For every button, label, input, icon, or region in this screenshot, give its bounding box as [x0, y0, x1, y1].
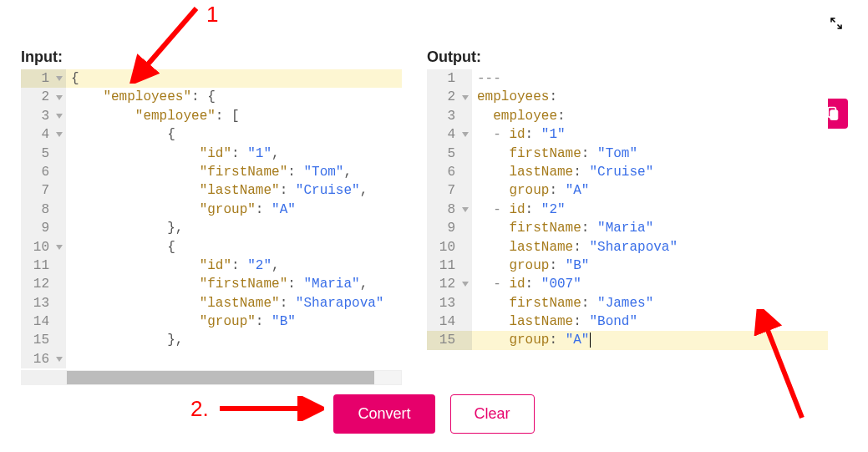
code-line[interactable]: 6 lastName: "Cruise": [427, 163, 828, 181]
fold-icon[interactable]: [56, 132, 63, 137]
code-content[interactable]: "id": "2",: [66, 256, 402, 275]
code-line[interactable]: 2employees:: [427, 88, 828, 106]
line-number: 1: [427, 69, 472, 88]
input-title: Input:: [21, 48, 402, 66]
code-content[interactable]: group: "A": [472, 331, 828, 349]
code-line[interactable]: 9 firstName: "Maria": [427, 219, 828, 237]
fold-icon[interactable]: [462, 95, 469, 100]
code-content[interactable]: "lastName": "Sharapova": [66, 294, 402, 312]
code-content[interactable]: lastName: "Sharapova": [472, 238, 828, 256]
code-content[interactable]: ---: [472, 69, 828, 88]
line-number: 9: [427, 219, 472, 237]
fold-icon[interactable]: [462, 132, 469, 137]
code-line[interactable]: 6 "firstName": "Tom",: [21, 163, 402, 181]
code-content[interactable]: "group": "A": [66, 201, 402, 219]
convert-button[interactable]: Convert: [333, 394, 434, 434]
code-line[interactable]: 1---: [427, 69, 828, 88]
line-number: 13: [21, 294, 66, 312]
code-line[interactable]: 15 },: [21, 331, 402, 349]
code-content[interactable]: {: [66, 125, 402, 144]
code-content[interactable]: firstName: "Maria": [472, 219, 828, 237]
code-line[interactable]: 13 "lastName": "Sharapova": [21, 294, 402, 312]
input-panel: Input: 1{2 "employees": {3 "employee": […: [21, 48, 402, 385]
code-line[interactable]: 11 "id": "2",: [21, 256, 402, 275]
line-number: 15: [427, 331, 472, 349]
code-content[interactable]: - id: "007": [472, 275, 828, 293]
code-content[interactable]: "firstName": "Tom",: [66, 163, 402, 181]
code-line[interactable]: 8 "group": "A": [21, 201, 402, 219]
code-content[interactable]: lastName: "Cruise": [472, 163, 828, 181]
code-line[interactable]: 14 lastName: "Bond": [427, 312, 828, 331]
code-line[interactable]: 5 "id": "1",: [21, 145, 402, 163]
line-number: 7: [427, 181, 472, 200]
fold-icon[interactable]: [56, 95, 63, 100]
code-line[interactable]: 3 employee:: [427, 107, 828, 125]
fold-icon[interactable]: [56, 357, 63, 362]
code-content[interactable]: },: [66, 331, 402, 349]
code-line[interactable]: 12 "firstName": "Maria",: [21, 275, 402, 293]
code-line[interactable]: 16: [21, 350, 402, 368]
line-number: 4: [21, 125, 66, 144]
code-line[interactable]: 4 - id: "1": [427, 125, 828, 144]
fold-icon[interactable]: [462, 282, 469, 287]
output-editor[interactable]: 1---2employees:3 employee:4 - id: "1"5 f…: [427, 69, 828, 350]
fold-icon[interactable]: [56, 245, 63, 250]
code-content[interactable]: },: [66, 219, 402, 237]
code-content[interactable]: "lastName": "Cruise",: [66, 181, 402, 200]
code-line[interactable]: 7 group: "A": [427, 181, 828, 200]
code-content[interactable]: group: "A": [472, 181, 828, 200]
code-content[interactable]: - id: "2": [472, 201, 828, 219]
code-content[interactable]: {: [66, 69, 402, 88]
code-content[interactable]: employee:: [472, 107, 828, 125]
code-content[interactable]: "firstName": "Maria",: [66, 275, 402, 293]
code-line[interactable]: 11 group: "B": [427, 256, 828, 275]
line-number: 5: [427, 145, 472, 163]
code-content[interactable]: firstName: "Tom": [472, 145, 828, 163]
code-line[interactable]: 3 "employee": [: [21, 107, 402, 125]
line-number: 8: [21, 201, 66, 219]
line-number: 14: [21, 312, 66, 331]
expand-icon[interactable]: [828, 15, 845, 32]
fold-icon[interactable]: [56, 114, 63, 119]
input-scrollbar[interactable]: [21, 370, 402, 385]
code-line[interactable]: 14 "group": "B": [21, 312, 402, 331]
line-number: 14: [427, 312, 472, 331]
line-number: 6: [21, 163, 66, 181]
code-line[interactable]: 12 - id: "007": [427, 275, 828, 293]
code-content[interactable]: group: "B": [472, 256, 828, 275]
code-line[interactable]: 2 "employees": {: [21, 88, 402, 106]
code-line[interactable]: 10 lastName: "Sharapova": [427, 238, 828, 256]
line-number: 1: [21, 69, 66, 88]
line-number: 2: [21, 88, 66, 106]
line-number: 12: [21, 275, 66, 293]
code-line[interactable]: 7 "lastName": "Cruise",: [21, 181, 402, 200]
code-content[interactable]: "employee": [: [66, 107, 402, 125]
output-title: Output:: [427, 48, 828, 66]
clear-button[interactable]: Clear: [450, 394, 535, 434]
line-number: 11: [21, 256, 66, 275]
line-number: 16: [21, 350, 66, 368]
code-content[interactable]: firstName: "James": [472, 294, 828, 312]
fold-icon[interactable]: [462, 207, 469, 212]
input-editor[interactable]: 1{2 "employees": {3 "employee": [4 {5 "i…: [21, 69, 402, 368]
svg-rect-1: [830, 110, 838, 120]
code-content[interactable]: lastName: "Bond": [472, 312, 828, 331]
code-content[interactable]: employees:: [472, 88, 828, 106]
code-content[interactable]: [66, 350, 402, 368]
code-line[interactable]: 8 - id: "2": [427, 201, 828, 219]
code-content[interactable]: - id: "1": [472, 125, 828, 144]
line-number: 10: [427, 238, 472, 256]
code-content[interactable]: "group": "B": [66, 312, 402, 331]
code-line[interactable]: 13 firstName: "James": [427, 294, 828, 312]
code-line[interactable]: 9 },: [21, 219, 402, 237]
fold-icon[interactable]: [56, 76, 63, 81]
code-line[interactable]: 1{: [21, 69, 402, 88]
code-content[interactable]: {: [66, 238, 402, 256]
code-content[interactable]: "id": "1",: [66, 145, 402, 163]
code-line[interactable]: 10 {: [21, 238, 402, 256]
code-content[interactable]: "employees": {: [66, 88, 402, 106]
code-line[interactable]: 5 firstName: "Tom": [427, 145, 828, 163]
code-line[interactable]: 15 group: "A": [427, 331, 828, 349]
line-number: 13: [427, 294, 472, 312]
code-line[interactable]: 4 {: [21, 125, 402, 144]
